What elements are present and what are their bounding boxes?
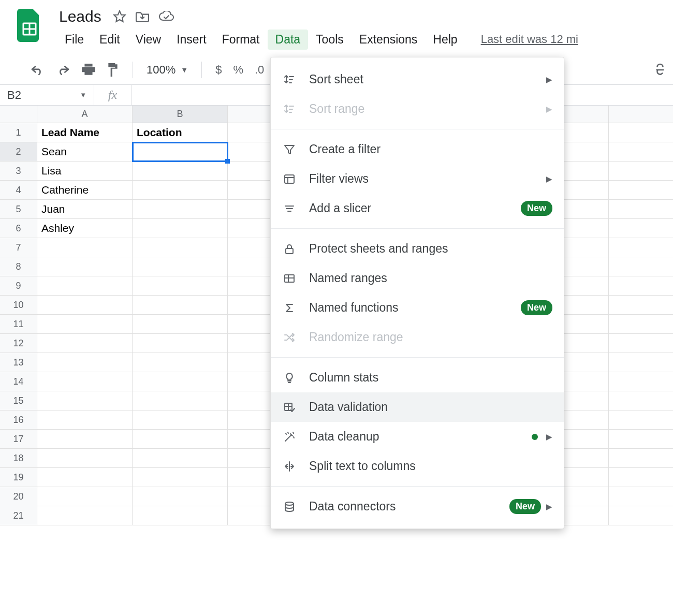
menu-insert[interactable]: Insert [169,30,214,50]
cell[interactable] [133,487,228,506]
cell[interactable] [37,238,133,257]
menu-data[interactable]: Data [268,30,309,50]
cell[interactable] [133,142,228,162]
undo-icon[interactable] [30,65,45,75]
star-icon[interactable] [113,10,126,23]
row-header[interactable]: 1 [0,123,37,142]
cell[interactable] [609,334,673,353]
cell[interactable] [609,238,673,257]
row-header[interactable]: 11 [0,315,37,334]
row-header[interactable]: 4 [0,181,37,200]
menu-help[interactable]: Help [425,30,465,50]
cell[interactable] [133,296,228,315]
cell[interactable] [37,506,133,525]
menu-item-column-stats[interactable]: Column stats [271,363,564,392]
row-header[interactable]: 20 [0,487,37,506]
cell[interactable] [133,468,228,487]
cell[interactable] [37,449,133,468]
menu-tools[interactable]: Tools [308,30,352,50]
cell[interactable] [609,181,673,200]
menu-item-add-a-slicer[interactable]: Add a slicerNew [271,194,564,223]
row-header[interactable]: 9 [0,276,37,296]
row-header[interactable]: 3 [0,162,37,181]
menu-item-data-validation[interactable]: Data validation [271,392,564,422]
select-all-corner[interactable] [0,106,37,123]
cell[interactable] [37,391,133,410]
selection-handle[interactable] [225,159,230,164]
cell[interactable] [133,181,228,200]
strikethrough-icon[interactable] [653,63,667,77]
menu-view[interactable]: View [128,30,169,50]
percent-format-button[interactable]: % [233,63,243,77]
cell[interactable] [609,430,673,449]
cell[interactable] [609,296,673,315]
row-header[interactable]: 10 [0,296,37,315]
row-header[interactable]: 14 [0,372,37,391]
cell[interactable] [609,449,673,468]
cell[interactable] [37,353,133,372]
cell[interactable] [133,430,228,449]
cell[interactable] [609,200,673,219]
cell[interactable] [609,123,673,142]
row-header[interactable]: 18 [0,449,37,468]
menu-item-sort-sheet[interactable]: Sort sheet▶ [271,65,564,94]
cell[interactable] [609,506,673,525]
cell[interactable] [609,391,673,410]
cell[interactable] [37,468,133,487]
cell[interactable] [609,162,673,181]
cell[interactable] [133,449,228,468]
row-header[interactable]: 8 [0,257,37,276]
cell[interactable] [133,276,228,296]
cell[interactable] [609,257,673,276]
last-edit-link[interactable]: Last edit was 12 mi [481,33,578,46]
cell[interactable]: Lisa [37,162,133,181]
redo-icon[interactable] [56,65,70,75]
cell[interactable] [37,276,133,296]
row-header[interactable]: 21 [0,506,37,525]
row-header[interactable]: 16 [0,410,37,430]
print-icon[interactable] [82,64,95,76]
document-title[interactable]: Leads [57,8,104,25]
cell[interactable] [37,372,133,391]
cell[interactable] [133,506,228,525]
row-header[interactable]: 13 [0,353,37,372]
currency-format-button[interactable]: $ [215,63,222,77]
cell[interactable] [37,430,133,449]
row-header[interactable]: 2 [0,142,37,162]
menu-item-named-ranges[interactable]: Named ranges [271,263,564,293]
cloud-status-icon[interactable] [158,11,174,22]
cell[interactable] [609,142,673,162]
cell[interactable] [609,487,673,506]
cell[interactable] [37,410,133,430]
cell[interactable] [37,487,133,506]
row-header[interactable]: 15 [0,391,37,410]
row-header[interactable]: 19 [0,468,37,487]
menu-item-filter-views[interactable]: Filter views▶ [271,164,564,194]
cell[interactable] [133,162,228,181]
cell[interactable] [133,334,228,353]
cell[interactable] [37,315,133,334]
row-header[interactable]: 7 [0,238,37,257]
menu-item-data-connectors[interactable]: Data connectorsNew▶ [271,492,564,521]
cell[interactable] [37,334,133,353]
cell[interactable] [609,372,673,391]
row-header[interactable]: 6 [0,219,37,238]
cell[interactable] [609,276,673,296]
menu-format[interactable]: Format [214,30,268,50]
cell[interactable] [133,315,228,334]
menu-item-create-a-filter[interactable]: Create a filter [271,135,564,164]
row-header[interactable]: 12 [0,334,37,353]
cell[interactable] [133,410,228,430]
row-header[interactable]: 17 [0,430,37,449]
paint-format-icon[interactable] [107,63,119,77]
cell[interactable]: Ashley [37,219,133,238]
zoom-dropdown[interactable]: 100% ▼ [147,63,188,77]
menu-item-split-text-to-columns[interactable]: Split text to columns [271,451,564,481]
menu-extensions[interactable]: Extensions [352,30,426,50]
cell[interactable] [37,296,133,315]
column-header[interactable]: A [37,106,133,123]
cell[interactable] [609,353,673,372]
cell[interactable] [133,257,228,276]
cell[interactable]: Sean [37,142,133,162]
menu-item-data-cleanup[interactable]: Data cleanup▶ [271,422,564,451]
